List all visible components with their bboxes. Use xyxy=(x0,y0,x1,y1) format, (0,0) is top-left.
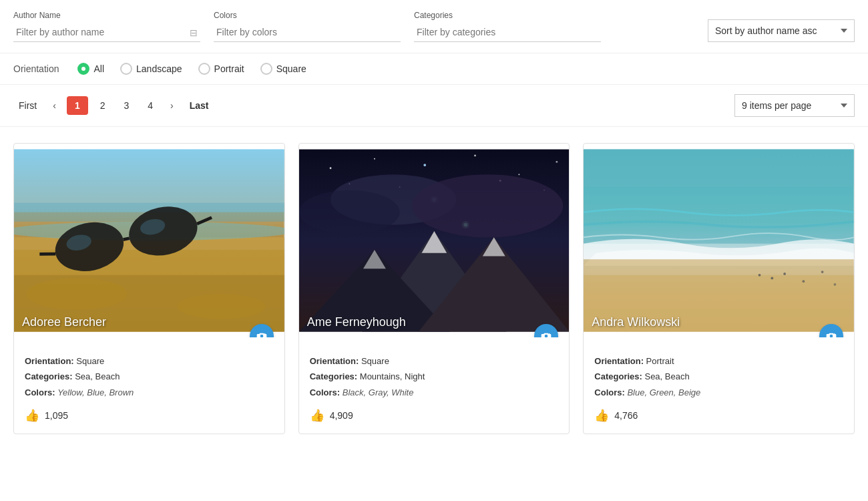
orientation-square[interactable]: Square xyxy=(260,63,306,75)
orientation-all-label: All xyxy=(93,63,104,74)
categories-filter-group: Categories xyxy=(414,11,601,42)
pagination-bar: First ‹ 1 2 3 4 › Last 9 items per page … xyxy=(0,85,868,127)
svg-point-21 xyxy=(518,174,519,175)
card-image-adoree: Adoree Bercher xyxy=(14,144,284,337)
like-count-ame: 4,909 xyxy=(330,410,353,421)
orientation-portrait-label: Portrait xyxy=(214,63,244,74)
svg-rect-42 xyxy=(584,150,854,244)
card-svg-ame xyxy=(299,144,570,337)
card-andra: Andra Wilkowski Orientation: Portrait Ca… xyxy=(583,143,855,434)
page-3-button[interactable]: 3 xyxy=(117,96,136,115)
svg-point-45 xyxy=(758,274,761,277)
radio-circle-portrait xyxy=(198,63,210,75)
card-meta-adoree: Orientation: Square Categories: Sea, Bea… xyxy=(25,353,274,400)
page-4-button[interactable]: 4 xyxy=(141,96,160,115)
like-count-adoree: 1,095 xyxy=(45,410,68,421)
card-author-adoree: Adoree Bercher xyxy=(22,315,106,329)
sort-select[interactable]: Sort by author name asc Sort by author n… xyxy=(708,19,855,42)
card-adoree: Adoree Bercher Orientation: Square Categ… xyxy=(13,143,285,434)
svg-point-50 xyxy=(834,283,837,286)
card-likes-adoree: 👍 1,095 xyxy=(25,408,274,423)
card-svg-andra xyxy=(584,144,854,337)
orientation-landscape-label: Landscape xyxy=(136,63,182,74)
svg-point-18 xyxy=(374,158,375,160)
card-body-ame: Orientation: Square Categories: Mountain… xyxy=(299,337,570,434)
card-ame: Ame Ferneyhough Orientation: Square Cate… xyxy=(298,143,570,434)
prev-page-button[interactable]: ‹ xyxy=(47,96,61,115)
items-per-page-wrapper: 9 items per page 18 items per page 27 it… xyxy=(734,94,855,117)
svg-point-20 xyxy=(474,155,476,157)
camera-icon-adoree xyxy=(256,331,267,337)
colors-input[interactable] xyxy=(214,23,401,42)
like-icon-andra: 👍 xyxy=(594,408,609,423)
svg-point-22 xyxy=(556,161,558,163)
items-per-page-select[interactable]: 9 items per page 18 items per page 27 it… xyxy=(734,94,855,117)
svg-point-19 xyxy=(423,164,426,166)
filter-bar: Author Name ⊟ Colors Categories Sort by … xyxy=(0,0,868,53)
card-body-adoree: Orientation: Square Categories: Sea, Bea… xyxy=(14,337,284,434)
orientation-all[interactable]: All xyxy=(77,63,104,75)
like-icon-adoree: 👍 xyxy=(25,408,39,423)
camera-icon-ame xyxy=(541,331,552,337)
orientation-bar: Orientation All Landscape Portrait Squar… xyxy=(0,53,868,85)
radio-circle-square xyxy=(260,63,272,75)
svg-point-46 xyxy=(771,277,774,280)
next-page-button[interactable]: › xyxy=(165,96,179,115)
radio-circle-landscape xyxy=(120,63,132,75)
page-1-button[interactable]: 1 xyxy=(67,96,88,115)
author-input-wrapper: ⊟ xyxy=(13,23,200,42)
card-image-ame: Ame Ferneyhough xyxy=(299,144,570,337)
camera-icon-andra xyxy=(826,331,837,337)
author-label: Author Name xyxy=(13,11,200,20)
like-icon-ame: 👍 xyxy=(310,408,324,423)
sort-wrapper: Sort by author name asc Sort by author n… xyxy=(708,19,855,42)
orientation-landscape[interactable]: Landscape xyxy=(120,63,182,75)
svg-point-32 xyxy=(412,174,563,237)
svg-point-33 xyxy=(299,190,400,234)
orientation-square-label: Square xyxy=(276,63,306,74)
card-image-andra: Andra Wilkowski xyxy=(584,144,854,337)
categories-input[interactable] xyxy=(414,23,601,42)
card-svg-adoree xyxy=(14,144,284,337)
card-meta-ame: Orientation: Square Categories: Mountain… xyxy=(310,353,559,400)
author-input[interactable] xyxy=(13,23,200,42)
card-author-ame: Ame Ferneyhough xyxy=(307,315,406,329)
card-likes-andra: 👍 4,766 xyxy=(594,408,843,423)
categories-label: Categories xyxy=(414,11,601,20)
like-count-andra: 4,766 xyxy=(614,410,638,421)
svg-point-17 xyxy=(329,167,331,169)
author-filter-group: Author Name ⊟ xyxy=(13,11,200,42)
colors-label: Colors xyxy=(214,11,401,20)
page-2-button[interactable]: 2 xyxy=(93,96,112,115)
cards-grid: Adoree Bercher Orientation: Square Categ… xyxy=(0,127,868,450)
last-page-button[interactable]: Last xyxy=(184,96,214,115)
svg-line-10 xyxy=(124,238,130,240)
svg-point-47 xyxy=(784,273,787,275)
colors-filter-group: Colors xyxy=(214,11,401,42)
svg-point-48 xyxy=(803,280,805,283)
card-author-andra: Andra Wilkowski xyxy=(592,315,680,329)
filter-icon: ⊟ xyxy=(190,27,198,38)
orientation-portrait[interactable]: Portrait xyxy=(198,63,244,75)
radio-circle-all xyxy=(77,63,89,75)
card-likes-ame: 👍 4,909 xyxy=(310,408,559,423)
orientation-label: Orientation xyxy=(13,63,59,74)
first-page-button[interactable]: First xyxy=(13,96,42,115)
card-body-andra: Orientation: Portrait Categories: Sea, B… xyxy=(584,337,854,434)
card-meta-andra: Orientation: Portrait Categories: Sea, B… xyxy=(594,353,843,400)
svg-point-49 xyxy=(821,271,824,273)
